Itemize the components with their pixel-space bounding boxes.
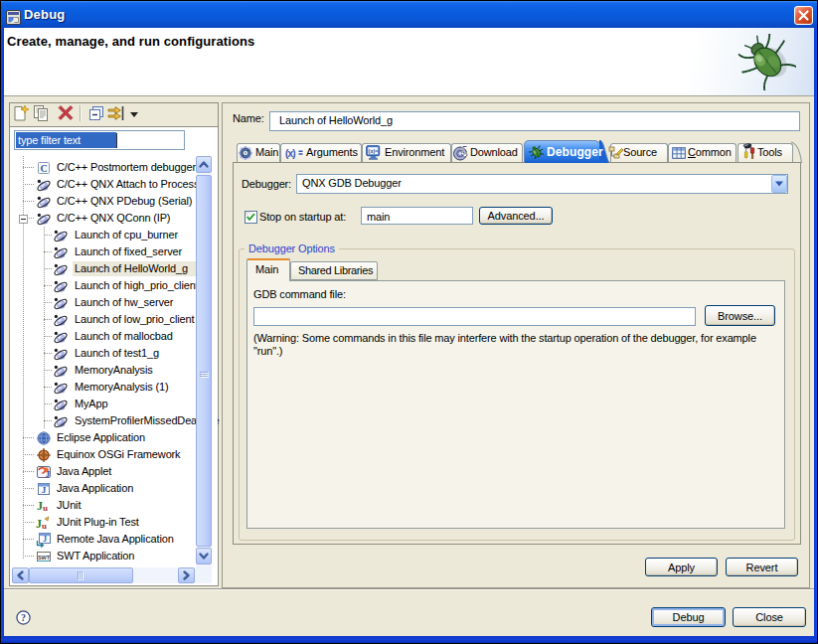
svg-text:u: u <box>42 520 47 530</box>
svg-text:J: J <box>43 535 47 544</box>
svg-text:?: ? <box>21 612 26 623</box>
svg-text:C: C <box>40 162 47 173</box>
svg-text:(x)=: (x)= <box>369 148 379 154</box>
svg-text:(x): (x) <box>285 148 295 159</box>
svg-text:u: u <box>43 502 48 512</box>
svg-text:J: J <box>46 469 50 478</box>
svg-text:J: J <box>42 485 47 495</box>
svg-text:SWT: SWT <box>38 554 51 560</box>
